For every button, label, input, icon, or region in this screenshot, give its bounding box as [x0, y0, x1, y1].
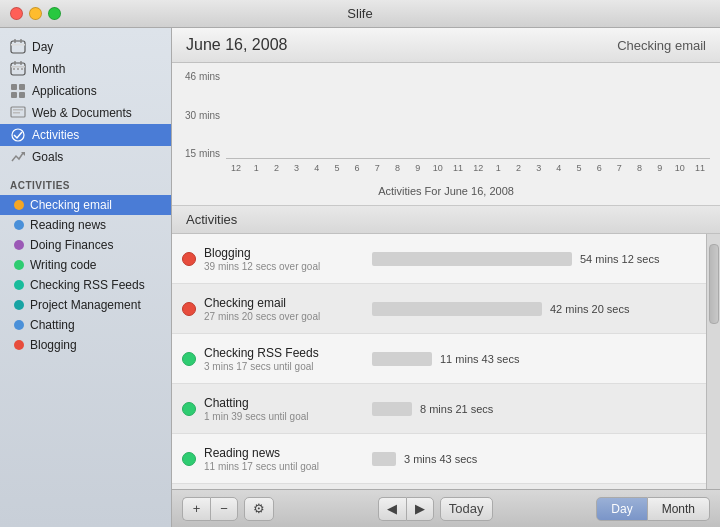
dot-reading-news — [14, 220, 24, 230]
activity-time-4: 3 mins 43 secs — [404, 453, 477, 465]
x-label-3: 3 — [287, 163, 307, 181]
sidebar-activity-project-management[interactable]: Project Management — [0, 295, 171, 315]
x-label-10: 10 — [428, 163, 448, 181]
maximize-button[interactable] — [48, 7, 61, 20]
svg-rect-14 — [19, 92, 25, 98]
chart-y-labels: 46 mins 30 mins 15 mins — [182, 71, 224, 159]
activity-status-4 — [182, 452, 196, 466]
sidebar-activity-checking-email[interactable]: Checking email — [0, 195, 171, 215]
prev-button[interactable]: ◀ — [378, 497, 406, 521]
app-title: Slife — [347, 6, 372, 21]
activity-bar-area-1: 42 mins 20 secs — [372, 302, 696, 316]
y-label-15: 15 mins — [185, 148, 220, 159]
goals-icon — [10, 149, 26, 165]
sidebar-item-web[interactable]: Web & Documents — [0, 102, 171, 124]
svg-rect-8 — [13, 68, 15, 70]
x-label-0: 12 — [226, 163, 246, 181]
table-row[interactable]: Checking RSS Feeds3 mins 17 secs until g… — [172, 334, 706, 384]
activity-status-3 — [182, 402, 196, 416]
today-button[interactable]: Today — [440, 497, 493, 521]
activity-sub-2: 3 mins 17 secs until goal — [204, 361, 364, 372]
sidebar-writing-code-label: Writing code — [30, 258, 96, 272]
remove-button[interactable]: − — [210, 497, 238, 521]
activity-sub-3: 1 min 39 secs until goal — [204, 411, 364, 422]
month-view-button[interactable]: Month — [648, 497, 710, 521]
activity-time-3: 8 mins 21 secs — [420, 403, 493, 415]
apps-icon — [10, 83, 26, 99]
table-row[interactable]: Chatting1 min 39 secs until goal8 mins 2… — [172, 384, 706, 434]
sidebar-item-activities[interactable]: Activities — [0, 124, 171, 146]
activities-header: Activities — [172, 206, 720, 234]
svg-rect-11 — [11, 84, 17, 90]
minimize-button[interactable] — [29, 7, 42, 20]
table-row[interactable]: Reading news11 mins 17 secs until goal3 … — [172, 434, 706, 484]
main-content: June 16, 2008 Checking email 46 mins 30 … — [172, 28, 720, 527]
content-header: June 16, 2008 Checking email — [172, 28, 720, 63]
sidebar-activity-writing-code[interactable]: Writing code — [0, 255, 171, 275]
dot-rss-feeds — [14, 280, 24, 290]
dot-project-management — [14, 300, 24, 310]
activity-info-2: Checking RSS Feeds3 mins 17 secs until g… — [204, 346, 364, 372]
activity-progress-2 — [372, 352, 432, 366]
x-label-7: 7 — [367, 163, 387, 181]
dot-doing-finances — [14, 240, 24, 250]
svg-rect-9 — [17, 68, 19, 70]
activity-progress-0 — [372, 252, 572, 266]
activity-sub-1: 27 mins 20 secs over goal — [204, 311, 364, 322]
sidebar-nav: Day Month Applications Web & Documents — [0, 28, 171, 172]
activity-bar-area-4: 3 mins 43 secs — [372, 452, 696, 466]
view-segment: Day Month — [596, 497, 710, 521]
close-button[interactable] — [10, 7, 23, 20]
dot-chatting — [14, 320, 24, 330]
sidebar-activity-chatting[interactable]: Chatting — [0, 315, 171, 335]
sidebar-chatting-label: Chatting — [30, 318, 75, 332]
sidebar-item-month[interactable]: Month — [0, 58, 171, 80]
sidebar-activity-reading-news[interactable]: Reading news — [0, 215, 171, 235]
chart-caption: Activities For June 16, 2008 — [182, 181, 710, 197]
sidebar-item-goals[interactable]: Goals — [0, 146, 171, 168]
scrollbar-thumb[interactable] — [709, 244, 719, 324]
svg-rect-3 — [20, 39, 22, 43]
web-icon — [10, 105, 26, 121]
sidebar-activity-blogging[interactable]: Blogging — [0, 335, 171, 355]
sidebar-item-applications[interactable]: Applications — [0, 80, 171, 102]
x-label-9: 9 — [408, 163, 428, 181]
header-current-activity: Checking email — [617, 38, 706, 53]
settings-button[interactable]: ⚙ — [244, 497, 274, 521]
sidebar-rss-feeds-label: Checking RSS Feeds — [30, 278, 145, 292]
activities-panel: Blogging39 mins 12 secs over goal54 mins… — [172, 234, 720, 489]
activity-time-0: 54 mins 12 secs — [580, 253, 659, 265]
next-button[interactable]: ▶ — [406, 497, 434, 521]
table-row[interactable]: Blogging39 mins 12 secs over goal54 mins… — [172, 234, 706, 284]
day-view-button[interactable]: Day — [596, 497, 647, 521]
add-remove-group: + − — [182, 497, 238, 521]
x-label-20: 8 — [629, 163, 649, 181]
scrollbar[interactable] — [706, 234, 720, 489]
add-button[interactable]: + — [182, 497, 210, 521]
sidebar-day-label: Day — [32, 40, 53, 54]
sidebar-item-day[interactable]: Day — [0, 36, 171, 58]
activity-info-3: Chatting1 min 39 secs until goal — [204, 396, 364, 422]
svg-rect-1 — [11, 44, 25, 46]
activities-section-header: ACTIVITIES — [0, 172, 171, 195]
x-label-18: 6 — [589, 163, 609, 181]
dot-writing-code — [14, 260, 24, 270]
x-label-16: 4 — [549, 163, 569, 181]
x-label-15: 3 — [529, 163, 549, 181]
x-label-19: 7 — [609, 163, 629, 181]
x-label-22: 10 — [670, 163, 690, 181]
sidebar-activity-rss-feeds[interactable]: Checking RSS Feeds — [0, 275, 171, 295]
titlebar: Slife — [0, 0, 720, 28]
x-label-13: 1 — [488, 163, 508, 181]
x-label-17: 5 — [569, 163, 589, 181]
sidebar-blogging-label: Blogging — [30, 338, 77, 352]
svg-rect-17 — [13, 112, 20, 114]
activity-info-1: Checking email27 mins 20 secs over goal — [204, 296, 364, 322]
x-label-21: 9 — [650, 163, 670, 181]
x-label-6: 6 — [347, 163, 367, 181]
sidebar-activity-doing-finances[interactable]: Doing Finances — [0, 235, 171, 255]
activity-sub-4: 11 mins 17 secs until goal — [204, 461, 364, 472]
x-label-2: 2 — [266, 163, 286, 181]
calendar-month-icon — [10, 61, 26, 77]
table-row[interactable]: Checking email27 mins 20 secs over goal4… — [172, 284, 706, 334]
